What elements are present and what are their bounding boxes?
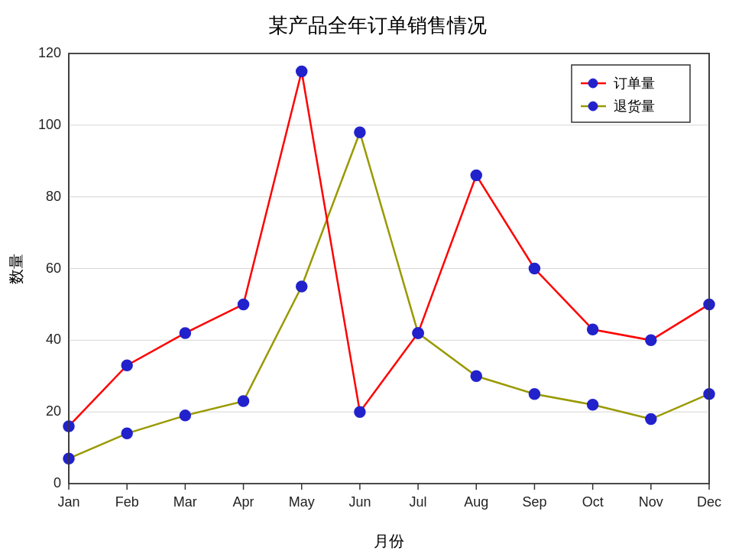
legend-returns-label: 退货量 [614, 99, 655, 114]
orders-dot [413, 328, 423, 338]
x-tick-label: Jul [410, 494, 427, 510]
x-tick-label: Jan [57, 494, 79, 510]
orders-dot [646, 335, 656, 345]
orders-dot [238, 299, 249, 309]
y-tick-label: 20 [46, 403, 61, 419]
orders-dot [529, 264, 540, 274]
orders-dot [588, 324, 598, 335]
orders-dot [471, 170, 481, 181]
svg-point-25 [588, 102, 598, 111]
x-tick-label: Mar [173, 494, 197, 510]
svg-point-23 [588, 79, 598, 88]
x-tick-label: Nov [639, 494, 663, 510]
returns-dot [238, 396, 249, 406]
y-tick-label: 0 [53, 475, 61, 490]
returns-dot [180, 410, 190, 421]
y-tick-label: 60 [46, 261, 61, 276]
y-tick-label: 120 [38, 45, 61, 60]
x-tick-label: Dec [697, 494, 721, 510]
x-tick-label: Aug [464, 494, 488, 510]
y-axis-label: 数量 [8, 254, 24, 284]
returns-dot [355, 127, 365, 138]
returns-dot [529, 389, 540, 400]
orders-dot [355, 406, 365, 417]
x-tick-label: May [289, 494, 315, 510]
x-axis-label: 月份 [374, 532, 404, 549]
x-tick-label: Oct [582, 494, 604, 510]
orders-dot [180, 328, 190, 338]
returns-dot [588, 400, 598, 410]
legend-orders-label: 订单量 [614, 76, 655, 91]
chart-title: 某产品全年订单销售情况 [268, 14, 487, 37]
orders-dot [122, 360, 132, 371]
orders-dot [296, 66, 307, 76]
x-tick-label: Jun [348, 494, 371, 510]
x-tick-label: Apr [233, 494, 254, 510]
line-chart: 某产品全年订单销售情况020406080100120JanFebMarAprMa… [0, 0, 755, 560]
returns-dot [646, 414, 656, 425]
returns-dot [296, 281, 307, 292]
returns-dot [122, 428, 132, 439]
x-tick-label: Sep [522, 494, 546, 510]
x-tick-label: Feb [115, 494, 139, 510]
y-tick-label: 40 [46, 332, 61, 347]
y-tick-label: 100 [38, 117, 61, 132]
returns-dot [471, 371, 481, 381]
y-tick-label: 80 [46, 189, 61, 204]
chart-container: 某产品全年订单销售情况020406080100120JanFebMarAprMa… [0, 0, 755, 560]
